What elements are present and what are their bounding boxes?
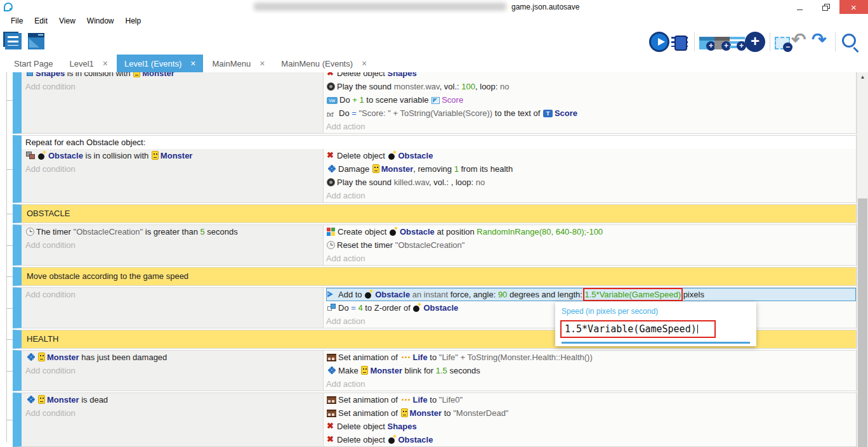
action-text: to Z-order of: [363, 303, 413, 313]
project-manager-icon[interactable]: [5, 33, 22, 49]
scroll-up-arrow-icon[interactable]: ▲: [857, 72, 868, 82]
vertical-scrollbar[interactable]: ▲: [857, 72, 868, 447]
action-line[interactable]: Do = "Score: " + ToString(Variable(Score…: [326, 107, 856, 120]
add-action-button[interactable]: Add action: [326, 252, 856, 265]
action-line[interactable]: Damage Monster, removing 1 from its heal…: [326, 162, 856, 176]
action-line[interactable]: Delete object Shapes: [326, 72, 856, 80]
add-subevent-icon[interactable]: [714, 37, 730, 49]
create-icon: [327, 228, 336, 236]
close-button[interactable]: ×: [839, 0, 868, 14]
action-text: degrees and length:: [507, 290, 584, 299]
debug-icon[interactable]: [669, 32, 690, 53]
tab-close-icon[interactable]: ×: [260, 58, 265, 68]
action-text: 100: [461, 82, 475, 91]
add-condition-button[interactable]: Add condition: [25, 288, 323, 301]
action-line[interactable]: Do + 1 to scene variable Score: [326, 93, 856, 107]
action-line[interactable]: Delete object Shapes: [326, 420, 856, 433]
condition-line[interactable]: The timer "ObstacleCreation" is greater …: [25, 225, 323, 238]
action-text: Set animation of: [338, 408, 400, 418]
menu-window[interactable]: Window: [81, 14, 120, 28]
action-line[interactable]: Delete object Obstacle: [326, 433, 856, 446]
tab-close-icon[interactable]: ×: [362, 58, 367, 68]
tab-start-page[interactable]: Start Page: [6, 55, 60, 72]
add-condition-button[interactable]: Add condition: [25, 238, 323, 252]
tab-label: Level1: [69, 59, 93, 68]
tab-label: MainMenu (Events): [281, 59, 353, 68]
action-line[interactable]: Play the sound monster.wav, vol.: 100, l…: [326, 80, 856, 93]
tab-mainmenu-events[interactable]: MainMenu (Events)×: [273, 55, 374, 72]
tab-level1[interactable]: Level1×: [62, 55, 115, 72]
tab-level1-events[interactable]: Level1 (Events)×: [117, 55, 204, 72]
action-text: Add action: [326, 316, 365, 326]
menu-edit[interactable]: Edit: [29, 14, 53, 28]
action-text: to: [428, 395, 439, 405]
delete-icon: [327, 151, 335, 160]
action-text: , vol.:: [429, 178, 451, 187]
action-line[interactable]: Set animation of Life to "Life" + ToStri…: [326, 351, 856, 364]
delete-icon: [327, 435, 335, 444]
menu-file[interactable]: File: [5, 14, 29, 28]
action-text: to: [442, 408, 453, 418]
action-text: Obstacle: [398, 151, 433, 160]
action-text: Delete object: [337, 422, 388, 431]
menu-view[interactable]: View: [53, 14, 81, 28]
maximize-button[interactable]: [813, 0, 839, 14]
menu-help[interactable]: Help: [120, 14, 147, 28]
event-repeat-header[interactable]: Repeat for each Obstacle object:: [22, 136, 856, 149]
tab-mainmenu[interactable]: MainMenu×: [204, 55, 272, 72]
conditions-column: Obstacle is in collision with MonsterAdd…: [22, 149, 324, 202]
add-event-icon[interactable]: [699, 37, 714, 49]
add-condition-button[interactable]: Add condition: [25, 406, 323, 420]
event-block: The timer "ObstacleCreation" is greater …: [13, 224, 857, 266]
action-line[interactable]: Play the sound killed.wav, vol.: , loop:…: [326, 176, 856, 189]
condition-line[interactable]: Obstacle is in collision with Monster: [25, 149, 323, 162]
popup-accent-underline: [562, 342, 750, 344]
action-line[interactable]: Make Monster blink for 1.5 seconds: [326, 364, 856, 377]
group-header[interactable]: Move obstacle according to the game spee…: [22, 268, 856, 285]
action-line[interactable]: Add to Obstacle an instant force, angle:…: [326, 288, 856, 301]
add-action-button[interactable]: Add action: [326, 120, 856, 133]
condition-line[interactable]: Shapes is in collision with Monster: [25, 72, 323, 80]
undo-icon[interactable]: [790, 32, 810, 52]
add-comment-icon[interactable]: [730, 37, 745, 49]
group-header-block: OBSTACLE: [13, 204, 857, 223]
tab-close-icon[interactable]: ×: [103, 58, 108, 68]
action-text: Shapes: [388, 72, 417, 78]
add-action-button[interactable]: Add action: [326, 189, 856, 202]
action-line[interactable]: Create object Obstacle at position Rando…: [326, 225, 856, 238]
add-circle-icon[interactable]: [745, 32, 765, 52]
action-line[interactable]: Reset the timer "ObstacleCreation": [326, 238, 856, 252]
group-header[interactable]: OBSTACLE: [22, 205, 856, 223]
actions-column: Create object Obstacle at position Rando…: [324, 225, 856, 265]
play-icon[interactable]: [649, 32, 669, 52]
minimize-button[interactable]: [786, 0, 813, 14]
add-condition-button[interactable]: Add condition: [25, 80, 323, 93]
scrollbar-thumb[interactable]: [858, 198, 867, 447]
action-text: "Life" + ToString(Monster.Health::Health…: [439, 353, 593, 362]
action-text: "Life0": [439, 395, 463, 405]
redo-icon[interactable]: [810, 32, 831, 52]
gdevelop-logo-icon: [4, 3, 13, 11]
remove-event-icon[interactable]: [775, 37, 790, 49]
tab-close-icon[interactable]: ×: [190, 58, 195, 68]
condition-text: Add condition: [25, 82, 76, 91]
minimize-icon: [797, 10, 803, 10]
expression-input[interactable]: 1.5*Variable(GameSpeed): [560, 320, 716, 338]
condition-line[interactable]: Monster has just been damaged: [25, 351, 323, 364]
action-line[interactable]: Delete object Obstacle: [326, 149, 856, 162]
add-condition-button[interactable]: Add condition: [25, 364, 323, 377]
action-text: Delete object: [337, 72, 388, 78]
add-condition-button[interactable]: Add condition: [25, 162, 323, 176]
shapes-icon: [26, 72, 34, 77]
monster-icon: [38, 353, 45, 361]
action-line[interactable]: Set animation of Monster to "MonsterDead…: [326, 406, 856, 420]
add-action-button[interactable]: Add action: [326, 377, 856, 391]
search-icon[interactable]: [840, 32, 860, 52]
life-icon: [401, 353, 411, 361]
action-text: "Score: " + ToString(Variable(Score)): [358, 108, 492, 118]
scene-editor-icon[interactable]: [28, 33, 44, 49]
action-text: to: [428, 353, 439, 362]
action-text: monster.wav: [394, 82, 440, 91]
condition-line[interactable]: Monster is dead: [25, 393, 323, 406]
action-line[interactable]: Set animation of Life to "Life0": [326, 393, 856, 406]
